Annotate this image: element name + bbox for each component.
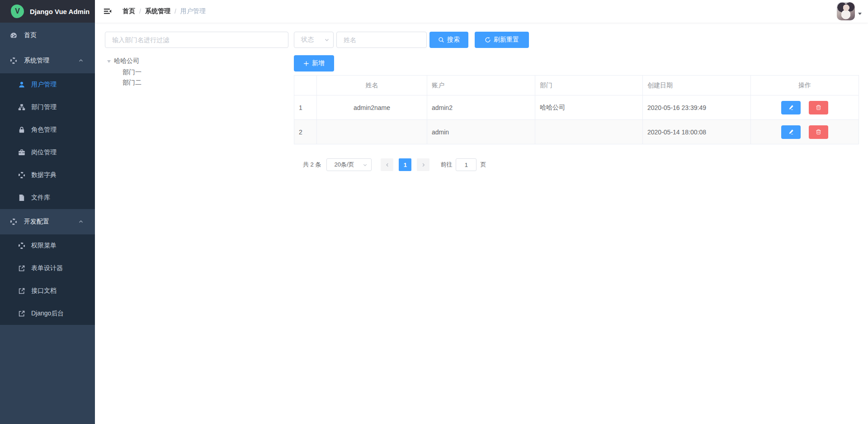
sidebar-item-files[interactable]: 文件库	[0, 186, 95, 209]
cell-actions	[751, 120, 859, 144]
status-select[interactable]: 状态	[294, 32, 334, 48]
col-header-dept: 部门	[535, 76, 643, 95]
app-title: Django Vue Admin	[30, 8, 90, 15]
tree-node-company[interactable]: 哈哈公司	[105, 55, 288, 67]
refresh-reset-button[interactable]: 刷新重置	[475, 32, 529, 48]
prev-page-button[interactable]	[381, 158, 393, 171]
sidebar-item-label: 首页	[24, 31, 37, 39]
vue-logo-icon: V	[11, 5, 24, 18]
page-size-select[interactable]: 20条/页	[326, 158, 372, 171]
goto-page-input[interactable]	[456, 158, 476, 171]
page-size-value: 20条/页	[334, 161, 354, 169]
sidebar-item-posts[interactable]: 岗位管理	[0, 141, 95, 164]
component-icon	[18, 172, 25, 179]
table-row: 1 admin2name admin2 哈哈公司 2020-05-16 23:3…	[294, 95, 859, 120]
pagination: 共 2 条 20条/页 1 前往 页	[294, 158, 859, 171]
chevron-down-icon	[324, 37, 330, 43]
plus-icon	[303, 61, 309, 67]
chevron-right-icon	[421, 162, 426, 167]
next-page-button[interactable]	[417, 158, 429, 171]
search-icon	[438, 37, 444, 43]
search-button[interactable]: 搜索	[429, 32, 468, 48]
sidebar-item-dictionary[interactable]: 数据字典	[0, 164, 95, 186]
cell-account: admin	[427, 120, 535, 144]
chevron-left-icon	[385, 162, 390, 167]
caret-down-icon	[858, 13, 862, 17]
sidebar-item-form-designer[interactable]: 表单设计器	[0, 257, 95, 280]
delete-button[interactable]	[809, 125, 828, 139]
cell-name	[317, 120, 427, 144]
department-panel: 哈哈公司 部门一 部门二	[105, 32, 288, 424]
cell-created: 2020-05-14 18:00:08	[643, 120, 751, 144]
app-logo[interactable]: V Django Vue Admin	[0, 0, 95, 23]
cell-index: 1	[294, 95, 317, 120]
breadcrumb-system[interactable]: 系统管理	[145, 7, 170, 15]
page-unit-label: 页	[480, 161, 486, 169]
dashboard-icon	[10, 32, 17, 39]
col-header-account: 账户	[427, 76, 535, 95]
department-tree: 哈哈公司 部门一 部门二	[105, 55, 288, 88]
org-tree-icon	[18, 104, 25, 111]
sidebar-item-departments[interactable]: 部门管理	[0, 96, 95, 119]
sidebar-item-label: 角色管理	[31, 126, 57, 134]
component-icon	[10, 57, 17, 64]
trash-icon	[816, 105, 821, 110]
name-filter-input[interactable]	[336, 32, 427, 48]
sidebar-item-api-docs[interactable]: 接口文档	[0, 280, 95, 302]
sidebar-group-dev[interactable]: 开发配置	[0, 209, 95, 234]
filter-toolbar: 状态 搜索 刷新重置	[294, 32, 859, 48]
sidebar-group-label: 系统管理	[24, 57, 49, 65]
users-table: 姓名 账户 部门 创建日期 操作 1 admin2name admin2 哈哈公…	[294, 75, 859, 144]
sidebar: V Django Vue Admin 首页 系统管理 用户管理	[0, 0, 95, 424]
add-button[interactable]: 新增	[294, 55, 334, 71]
sidebar-menu: 首页 系统管理 用户管理 部门管理	[0, 23, 95, 325]
sidebar-item-label: 用户管理	[31, 81, 57, 89]
sidebar-item-permission-menu[interactable]: 权限菜单	[0, 234, 95, 257]
refresh-icon	[485, 37, 491, 43]
sidebar-item-label: Django后台	[31, 310, 64, 318]
sidebar-item-django-admin[interactable]: Django后台	[0, 302, 95, 325]
users-panel: 状态 搜索 刷新重置 新增	[294, 32, 859, 424]
external-link-icon	[18, 265, 25, 272]
sidebar-item-label: 数据字典	[31, 171, 57, 179]
delete-button[interactable]	[809, 101, 828, 114]
breadcrumb-current: 用户管理	[180, 7, 206, 15]
col-header-index	[294, 76, 317, 95]
col-header-created: 创建日期	[643, 76, 751, 95]
chevron-up-icon	[78, 58, 84, 63]
sidebar-group-system[interactable]: 系统管理	[0, 48, 95, 73]
tree-node-label: 部门二	[123, 79, 142, 87]
external-link-icon	[18, 287, 25, 295]
caret-down-icon	[107, 60, 111, 65]
sidebar-item-users[interactable]: 用户管理	[0, 73, 95, 96]
edit-button[interactable]	[781, 101, 801, 114]
tree-node-dept-2[interactable]: 部门二	[105, 78, 288, 88]
breadcrumb-home[interactable]: 首页	[123, 7, 135, 15]
sidebar-item-home[interactable]: 首页	[0, 23, 95, 48]
submenu-dev: 权限菜单 表单设计器 接口文档 Django后台	[0, 234, 95, 325]
component-icon	[10, 218, 17, 225]
user-avatar[interactable]	[837, 2, 862, 20]
sidebar-item-label: 接口文档	[31, 287, 57, 295]
breadcrumb-separator: /	[139, 8, 141, 15]
component-icon	[18, 242, 25, 249]
dept-filter-input[interactable]	[105, 32, 288, 48]
hamburger-icon[interactable]	[95, 0, 119, 23]
external-link-icon	[18, 310, 25, 317]
tree-node-dept-1[interactable]: 部门一	[105, 67, 288, 77]
status-select-placeholder: 状态	[301, 36, 314, 44]
user-icon	[18, 81, 25, 88]
sidebar-item-label: 权限菜单	[31, 242, 57, 250]
sidebar-item-label: 文件库	[31, 194, 50, 202]
cell-account: admin2	[427, 95, 535, 120]
col-header-name: 姓名	[317, 76, 427, 95]
sidebar-item-label: 表单设计器	[31, 264, 63, 272]
page-number-button[interactable]: 1	[399, 158, 411, 171]
chevron-down-icon	[363, 162, 368, 167]
sidebar-group-label: 开发配置	[24, 218, 49, 226]
submenu-system: 用户管理 部门管理 角色管理 岗位管理	[0, 73, 95, 209]
tree-node-label: 哈哈公司	[114, 57, 139, 65]
sidebar-item-roles[interactable]: 角色管理	[0, 119, 95, 141]
edit-button[interactable]	[781, 125, 801, 139]
cell-dept	[535, 120, 643, 144]
